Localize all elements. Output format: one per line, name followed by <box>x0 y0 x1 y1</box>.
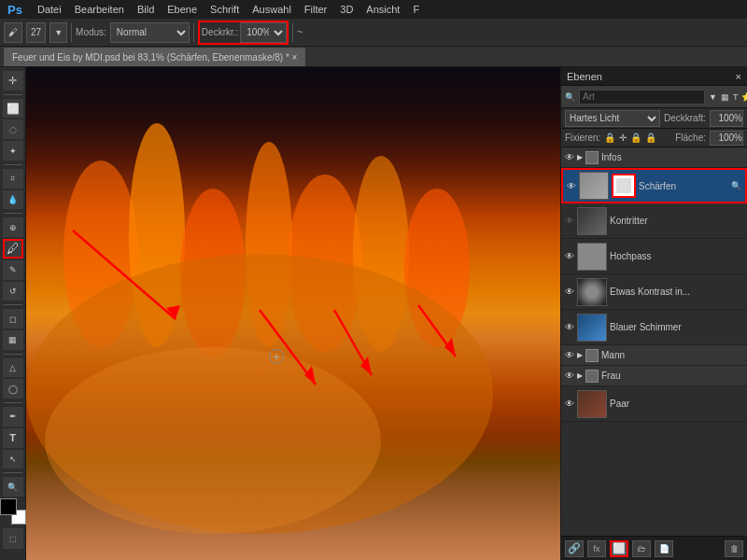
pen-tool[interactable]: ✒ <box>3 407 23 427</box>
folder-icon-frau <box>585 370 599 383</box>
add-mask-button[interactable]: ⬜ <box>610 540 628 557</box>
eyedropper-tool[interactable]: 💧 <box>3 190 23 210</box>
menu-ebene[interactable]: Ebene <box>162 2 203 17</box>
eye-etwas-kontrast[interactable]: 👁 <box>565 287 574 297</box>
menu-filter[interactable]: Filter <box>299 2 332 17</box>
separator1 <box>71 23 72 42</box>
magic-wand-tool[interactable]: ✦ <box>3 141 23 161</box>
modus-select[interactable]: Normal Multiplizieren Hartes Licht <box>110 22 190 43</box>
fixieren-label: Fixieren: <box>565 133 600 143</box>
dodge-tool[interactable]: ◯ <box>3 379 23 399</box>
new-layer-button[interactable]: 📄 <box>655 540 673 557</box>
layer-name-hochpass: Hochpass <box>610 251 743 261</box>
foreground-color[interactable] <box>0 498 17 515</box>
tool-sep1 <box>4 94 22 95</box>
layer-row-blauer-schimmer[interactable]: 👁 Blauer Schimmer <box>561 310 747 345</box>
search-filter-icon[interactable]: ▼ <box>709 92 717 102</box>
blend-mode-select[interactable]: Hartes Licht Normal Multiplizieren <box>565 110 660 127</box>
eye-hochpass[interactable]: 👁 <box>565 251 574 261</box>
menu-schrift[interactable]: Schrift <box>204 2 245 17</box>
tool-sep4 <box>4 304 22 305</box>
eye-kontritter[interactable]: 👁 <box>565 216 574 226</box>
layer-name-blauer-schimmer: Blauer Schimmer <box>610 322 743 332</box>
layer-row-paar[interactable]: 👁 Paar <box>561 386 747 422</box>
menu-bild[interactable]: Bild <box>132 2 160 17</box>
eye-frau[interactable]: 👁 <box>565 371 574 381</box>
fx-button[interactable]: fx <box>587 540 606 557</box>
history-brush-tool[interactable]: ↺ <box>3 282 23 301</box>
size-button[interactable]: ▼ <box>49 22 67 43</box>
layer-kind-icon1[interactable]: ▦ <box>721 92 729 102</box>
layers-search-row: 🔍 ▼ ▦ T ⭐ <box>561 86 747 108</box>
eye-paar[interactable]: 👁 <box>565 399 574 409</box>
flow-label: ~ <box>297 27 303 37</box>
size-value: 27 <box>31 27 41 37</box>
brush-tool-options[interactable]: 🖌 <box>4 22 22 43</box>
new-group-button[interactable]: 🗁 <box>632 540 651 557</box>
layers-panel-title: Ebenen × <box>561 67 747 86</box>
heal-tool[interactable]: ⊕ <box>3 217 23 237</box>
left-toolbar: ✛ ⬜ ◌ ✦ ⌗ 💧 ⊕ 🖊 ✎ ↺ ◻ ▦ △ ◯ ✒ T ↖ 🔍 ⬚ <box>0 67 26 560</box>
layers-search-input[interactable] <box>579 90 705 105</box>
quick-mask-tool[interactable]: ⬚ <box>3 528 23 549</box>
document-tab[interactable]: Feuer und Eis by MDI.psd bei 83,1% (Schä… <box>4 48 305 66</box>
menubar: Ps Datei Bearbeiten Bild Ebene Schrift A… <box>0 0 747 19</box>
layer-row-kontritter[interactable]: 👁 Kontritter <box>561 203 747 239</box>
layers-panel-close[interactable]: × <box>736 71 741 82</box>
canvas-area[interactable] <box>26 67 560 560</box>
fix-btn4[interactable]: 🔒 <box>645 133 656 143</box>
main-area: ✛ ⬜ ◌ ✦ ⌗ 💧 ⊕ 🖊 ✎ ↺ ◻ ▦ △ ◯ ✒ T ↖ 🔍 ⬚ <box>0 67 747 560</box>
fix-btn3[interactable]: 🔒 <box>630 133 641 143</box>
layer-group-infos[interactable]: 👁 ▶ Infos <box>561 147 747 168</box>
layer-mask-schaerfen[interactable] <box>612 174 636 198</box>
layer-row-hochpass[interactable]: 👁 Hochpass <box>561 239 747 274</box>
opacity-label: Deckkraft: <box>664 113 706 123</box>
deckkraft-select[interactable]: 100% 75% 50% <box>240 22 287 43</box>
select-rect-tool[interactable]: ⬜ <box>3 99 23 119</box>
menu-datei[interactable]: Datei <box>32 2 67 17</box>
gradient-tool[interactable]: ▦ <box>3 330 23 350</box>
eraser-tool[interactable]: ◻ <box>3 309 23 329</box>
menu-bearbeiten[interactable]: Bearbeiten <box>69 2 130 17</box>
fix-btn1[interactable]: 🔒 <box>604 133 615 143</box>
flaeche-label: Fläche: <box>675 133 706 143</box>
crop-tool[interactable]: ⌗ <box>3 169 23 189</box>
separator2 <box>193 23 194 42</box>
triangle-mann: ▶ <box>577 351 583 359</box>
lasso-tool[interactable]: ◌ <box>3 119 23 139</box>
blur-tool[interactable]: △ <box>3 358 23 378</box>
tool-sep2 <box>4 164 22 165</box>
link-button[interactable]: 🔗 <box>565 540 584 557</box>
layer-kind-icon3[interactable]: ⭐ <box>741 92 747 102</box>
eye-mann[interactable]: 👁 <box>565 350 574 360</box>
fix-btn2[interactable]: ✛ <box>619 133 627 143</box>
clone-tool[interactable]: ✎ <box>3 260 23 280</box>
menu-ansicht[interactable]: Ansicht <box>360 2 405 17</box>
layers-panel: Ebenen × 🔍 ▼ ▦ T ⭐ Hartes Licht Normal M… <box>560 67 747 560</box>
text-tool[interactable]: T <box>3 428 23 448</box>
brush-tool[interactable]: 🖊 <box>3 239 23 259</box>
layer-group-frau[interactable]: 👁 ▶ Frau <box>561 366 747 386</box>
layer-group-mann[interactable]: 👁 ▶ Mann <box>561 345 747 366</box>
eye-infos[interactable]: 👁 <box>565 152 574 162</box>
menu-auswahl[interactable]: Auswahl <box>247 2 297 17</box>
zoom-tool[interactable]: 🔍 <box>3 477 23 497</box>
menu-3d[interactable]: 3D <box>334 2 359 17</box>
move-tool[interactable]: ✛ <box>3 71 23 91</box>
tab-title: Feuer und Eis by MDI.psd bei 83,1% (Schä… <box>12 52 297 63</box>
layer-row-etwas-kontrast[interactable]: 👁 Etwas Kontrast in... <box>561 274 747 310</box>
flaeche-input[interactable] <box>710 131 743 146</box>
toolbar-top: 🖌 27 ▼ Modus: Normal Multiplizieren Hart… <box>0 19 747 47</box>
path-select-tool[interactable]: ↖ <box>3 450 23 469</box>
layer-row-schaerfen[interactable]: 👁 Schärfen 🔍 <box>561 168 747 203</box>
menu-f[interactable]: F <box>407 2 425 17</box>
layer-kind-icon2[interactable]: T <box>733 92 739 102</box>
color-picker: ⬚ <box>0 498 26 556</box>
eye-blauer-schimmer[interactable]: 👁 <box>565 322 574 332</box>
size-display[interactable]: 27 <box>26 22 46 43</box>
opacity-input[interactable] <box>710 110 743 127</box>
cursor-crosshair <box>269 349 284 364</box>
color-boxes <box>0 498 26 525</box>
eye-schaerfen[interactable]: 👁 <box>567 181 576 191</box>
delete-layer-button[interactable]: 🗑 <box>725 540 743 557</box>
